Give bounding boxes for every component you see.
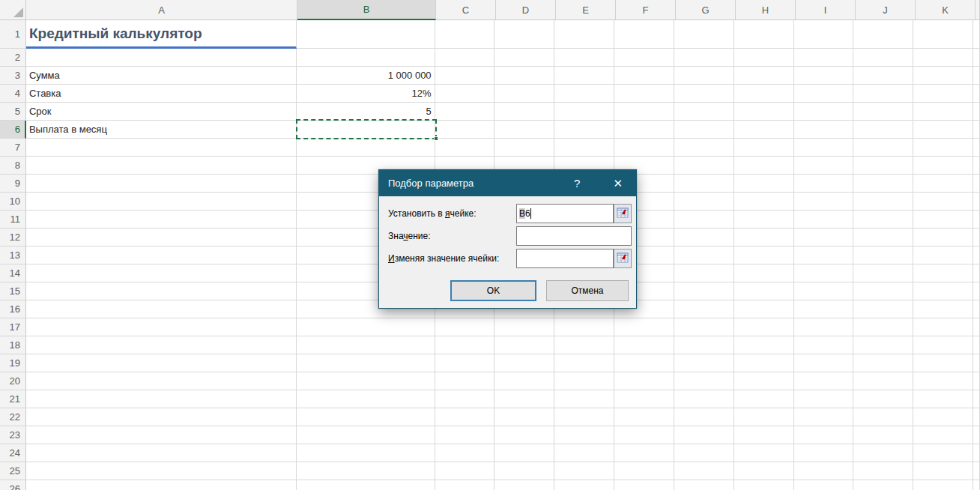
cell-I18[interactable] (794, 336, 854, 354)
cell-B18[interactable] (297, 336, 435, 354)
help-icon[interactable]: ? (574, 177, 580, 190)
cell-I19[interactable] (794, 354, 854, 372)
cell-partial-12[interactable] (973, 229, 980, 246)
cell-E26[interactable] (554, 480, 614, 490)
cell-A16[interactable] (26, 300, 297, 318)
cell-G8[interactable] (674, 157, 734, 175)
cell-G12[interactable] (674, 229, 734, 246)
cell-partial-1[interactable] (973, 20, 980, 49)
cell-C24[interactable] (435, 444, 495, 462)
cell-D26[interactable] (494, 480, 554, 490)
cell-K26[interactable] (913, 480, 973, 490)
cell-partial-14[interactable] (973, 264, 980, 282)
cell-partial-2[interactable] (973, 49, 980, 67)
cell-H1[interactable] (734, 20, 794, 49)
cell-D3[interactable] (494, 67, 554, 85)
cell-A17[interactable] (26, 318, 297, 336)
cell-C3[interactable] (435, 67, 495, 85)
cell-K1[interactable] (913, 20, 973, 49)
cell-B3[interactable]: 1 000 000 (297, 67, 435, 85)
cell-partial-20[interactable] (973, 372, 980, 390)
cell-E7[interactable] (554, 139, 614, 157)
cell-J1[interactable] (853, 20, 913, 49)
cell-D5[interactable] (494, 103, 554, 121)
column-header-I[interactable]: I (796, 0, 856, 20)
cell-H23[interactable] (734, 426, 794, 444)
cell-G16[interactable] (674, 300, 734, 318)
cell-A18[interactable] (26, 336, 297, 354)
column-header-A[interactable]: A (26, 0, 297, 20)
row-header-10[interactable]: 10 (0, 193, 26, 211)
cell-G9[interactable] (674, 175, 734, 193)
row-header-3[interactable]: 3 (0, 67, 26, 85)
cell-J9[interactable] (853, 175, 913, 193)
cell-H26[interactable] (734, 480, 794, 490)
cell-F2[interactable] (614, 49, 674, 67)
cell-C20[interactable] (435, 372, 495, 390)
cell-G3[interactable] (674, 67, 734, 85)
cell-C21[interactable] (435, 390, 495, 408)
cell-F21[interactable] (614, 390, 674, 408)
cell-A4[interactable]: Ставка (26, 85, 297, 103)
cell-J23[interactable] (853, 426, 913, 444)
cell-G15[interactable] (674, 282, 734, 300)
cell-K9[interactable] (913, 175, 973, 193)
cell-D24[interactable] (494, 444, 554, 462)
cell-H7[interactable] (734, 139, 794, 157)
cell-I6[interactable] (794, 121, 854, 139)
row-header-22[interactable]: 22 (0, 408, 26, 426)
cell-A7[interactable] (26, 139, 297, 157)
cell-b6-marching-ants-selection[interactable] (296, 119, 437, 139)
row-header-4[interactable]: 4 (0, 85, 26, 103)
cell-H16[interactable] (734, 300, 794, 318)
cell-K12[interactable] (913, 229, 973, 246)
cell-B5[interactable]: 5 (297, 103, 435, 121)
cell-G22[interactable] (674, 408, 734, 426)
cell-G7[interactable] (674, 139, 734, 157)
cell-K6[interactable] (913, 121, 973, 139)
cell-A25[interactable] (26, 462, 297, 480)
column-header-C[interactable]: C (436, 0, 496, 20)
cell-D18[interactable] (494, 336, 554, 354)
cell-C18[interactable] (435, 336, 495, 354)
cell-I21[interactable] (794, 390, 854, 408)
cell-I14[interactable] (794, 264, 854, 282)
cell-G13[interactable] (674, 246, 734, 264)
cell-K8[interactable] (913, 157, 973, 175)
cell-G14[interactable] (674, 264, 734, 282)
dialog-titlebar[interactable]: Подбор параметра ? ✕ (379, 170, 636, 196)
set-cell-input[interactable]: B6 (516, 204, 614, 223)
column-header-B[interactable]: B (297, 0, 436, 20)
row-header-13[interactable]: 13 (0, 246, 26, 264)
cell-C22[interactable] (435, 408, 495, 426)
cell-E21[interactable] (554, 390, 614, 408)
cell-H13[interactable] (734, 246, 794, 264)
cell-E22[interactable] (554, 408, 614, 426)
cell-K20[interactable] (913, 372, 973, 390)
cell-C23[interactable] (435, 426, 495, 444)
row-header-9[interactable]: 9 (0, 175, 26, 193)
cell-I24[interactable] (794, 444, 854, 462)
cell-C26[interactable] (435, 480, 495, 490)
cell-K22[interactable] (913, 408, 973, 426)
cell-F24[interactable] (614, 444, 674, 462)
cell-partial-4[interactable] (973, 85, 980, 103)
cell-J25[interactable] (853, 462, 913, 480)
cell-J22[interactable] (853, 408, 913, 426)
fill-handle[interactable] (434, 136, 438, 141)
cell-I8[interactable] (794, 157, 854, 175)
cell-E24[interactable] (554, 444, 614, 462)
cell-J5[interactable] (853, 103, 913, 121)
cell-I5[interactable] (794, 103, 854, 121)
row-header-12[interactable]: 12 (0, 229, 26, 246)
cell-J10[interactable] (853, 193, 913, 211)
cell-F7[interactable] (614, 139, 674, 157)
cell-H8[interactable] (734, 157, 794, 175)
cell-F1[interactable] (614, 20, 674, 49)
cell-partial-19[interactable] (973, 354, 980, 372)
column-header-E[interactable]: E (556, 0, 616, 20)
cell-B2[interactable] (297, 49, 435, 67)
cell-A19[interactable] (26, 354, 297, 372)
column-header-F[interactable]: F (616, 0, 676, 20)
cell-G6[interactable] (674, 121, 734, 139)
